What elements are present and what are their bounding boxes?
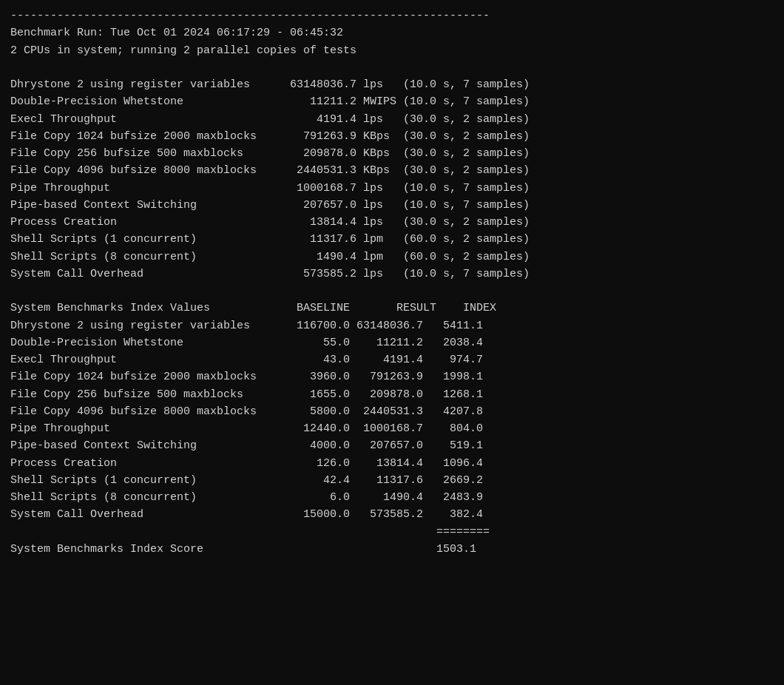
index-result-1: Dhrystone 2 using register variables 116… — [10, 320, 483, 332]
raw-result-12: System Call Overhead 573585.2 lps (10.0 … — [10, 268, 530, 280]
raw-result-3: Execl Throughput 4191.4 lps (30.0 s, 2 s… — [10, 113, 530, 126]
raw-result-1: Dhrystone 2 using register variables 631… — [10, 78, 530, 91]
raw-result-8: Pipe-based Context Switching 207657.0 lp… — [10, 199, 530, 212]
equals-row: ======== — [10, 526, 490, 539]
index-result-4: File Copy 1024 bufsize 2000 maxblocks 39… — [10, 371, 483, 383]
raw-result-9: Process Creation 13814.4 lps (30.0 s, 2 … — [10, 216, 530, 229]
raw-result-4: File Copy 1024 bufsize 2000 maxblocks 79… — [10, 130, 530, 143]
index-header-row: System Benchmarks Index Values BASELINE … — [10, 302, 496, 314]
index-result-11: Shell Scripts (8 concurrent) 6.0 1490.4 … — [10, 491, 483, 504]
index-result-9: Process Creation 126.0 13814.4 1096.4 — [10, 457, 483, 470]
index-result-5: File Copy 256 bufsize 500 maxblocks 1655… — [10, 388, 483, 401]
index-result-8: Pipe-based Context Switching 4000.0 2076… — [10, 439, 483, 452]
raw-result-7: Pipe Throughput 1000168.7 lps (10.0 s, 7… — [10, 182, 530, 195]
final-score-row: System Benchmarks Index Score 1503.1 — [10, 543, 476, 556]
raw-result-10: Shell Scripts (1 concurrent) 11317.6 lpm… — [10, 233, 530, 246]
index-result-12: System Call Overhead 15000.0 573585.2 38… — [10, 508, 483, 521]
index-result-3: Execl Throughput 43.0 4191.4 974.7 — [10, 354, 483, 366]
index-result-10: Shell Scripts (1 concurrent) 42.4 11317.… — [10, 474, 483, 487]
separator-line: ----------------------------------------… — [10, 10, 490, 22]
raw-result-5: File Copy 256 bufsize 500 maxblocks 2098… — [10, 147, 530, 160]
benchmark-run-header: Benchmark Run: Tue Oct 01 2024 06:17:29 … — [10, 27, 343, 39]
cpu-info: 2 CPUs in system; running 2 parallel cop… — [10, 44, 356, 57]
raw-result-2: Double-Precision Whetstone 11211.2 MWIPS… — [10, 95, 530, 108]
index-result-2: Double-Precision Whetstone 55.0 11211.2 … — [10, 337, 483, 349]
raw-result-6: File Copy 4096 bufsize 8000 maxblocks 24… — [10, 164, 530, 177]
index-result-6: File Copy 4096 bufsize 8000 maxblocks 58… — [10, 405, 483, 418]
raw-result-11: Shell Scripts (8 concurrent) 1490.4 lpm … — [10, 251, 530, 263]
terminal-output: ----------------------------------------… — [10, 7, 774, 558]
index-result-7: Pipe Throughput 12440.0 1000168.7 804.0 — [10, 422, 483, 435]
